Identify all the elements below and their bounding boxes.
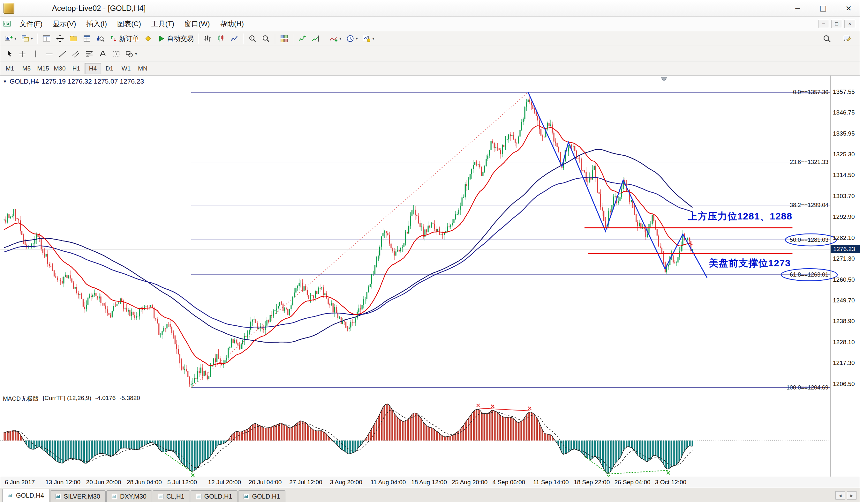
tab-chart-icon <box>8 493 13 498</box>
timeframe-m15-button[interactable]: M15 <box>35 63 52 74</box>
tile-windows-icon <box>280 34 288 43</box>
macd-plot <box>0 393 860 476</box>
cursor-tool-button[interactable] <box>2 47 16 60</box>
text-tool-button[interactable] <box>96 47 110 60</box>
tab-chart-icon <box>158 494 163 499</box>
timeframe-bar: M1M5M15M30H1H4D1W1MN <box>0 62 860 76</box>
macd-name: MACD无极版 <box>3 395 39 403</box>
app-icon[interactable] <box>3 3 14 14</box>
periods-clock-icon <box>346 34 354 43</box>
metaeditor-button[interactable] <box>141 32 155 45</box>
bar-chart-mode-button[interactable] <box>201 32 214 45</box>
main-chart[interactable]: ▼ GOLD,H4 1275.19 1276.32 1275.07 1276.2… <box>0 76 860 393</box>
templates-icon <box>362 34 371 43</box>
tabs-scroll-left-button[interactable]: ◄ <box>835 491 845 500</box>
window-tile-icon <box>42 34 51 43</box>
chart-search-button[interactable] <box>94 32 107 45</box>
tabs-scroll-right-button[interactable]: ► <box>847 491 857 500</box>
chart-tabs-bar: GOLD,H4SILVER,M30DXY,M30CL,H1GOLD,H1GOLD… <box>0 488 860 502</box>
time-axis-label: 20 Jun 20:00 <box>86 479 121 486</box>
periods-button[interactable]: ▾ <box>344 32 360 45</box>
favorites-button[interactable] <box>67 32 80 45</box>
menu-item-5[interactable]: 窗口(W) <box>180 17 215 31</box>
tab-dxy-m30[interactable]: DXY,M30 <box>106 490 152 502</box>
shapes-tool-button[interactable]: ▾ <box>123 47 140 60</box>
maximize-button[interactable]: □ <box>820 3 826 13</box>
window-tile-button[interactable] <box>40 32 53 45</box>
chart-shift-button[interactable] <box>309 32 322 45</box>
timeframe-d1-button[interactable]: D1 <box>101 63 118 74</box>
time-axis-label: 4 Sep 06:00 <box>492 479 525 486</box>
time-axis-label: 27 Jul 12:00 <box>289 479 322 486</box>
menu-chart-icon <box>3 20 11 28</box>
zoom-in-button[interactable] <box>246 32 259 45</box>
autotrading-button[interactable]: 自动交易 <box>155 32 196 45</box>
indicators-add-icon <box>329 34 338 43</box>
horizontal-line-tool-button[interactable] <box>42 47 56 60</box>
main-toolbar: ▾▾新订单自动交易▾▾▾ <box>0 31 860 46</box>
line-chart-mode-button[interactable] <box>228 32 241 45</box>
current-price-box: 1276.23 <box>831 245 860 253</box>
crosshair-button[interactable] <box>53 32 67 45</box>
crosshair-tool-button[interactable] <box>16 47 29 60</box>
timeframe-m30-button[interactable]: M30 <box>52 63 68 74</box>
resistance-annotation: 上方压力位1281、1288 <box>688 210 792 223</box>
tab-chart-icon <box>196 494 201 499</box>
menu-item-1[interactable]: 显示(V) <box>47 17 81 31</box>
channel-tool-button[interactable] <box>69 47 83 60</box>
macd-panel[interactable]: MACD无极版 [CurrTF] (12,26,9) -4.0176 -5.38… <box>0 393 860 476</box>
tab-cl-h1[interactable]: CL,H1 <box>153 490 190 502</box>
menu-item-6[interactable]: 帮助(H) <box>215 17 249 31</box>
vertical-line-tool-button[interactable] <box>29 47 42 60</box>
tab-gold-h4[interactable]: GOLD,H4 <box>2 489 49 502</box>
child-minimize-button[interactable]: − <box>818 20 829 28</box>
new-chart-button[interactable]: ▾ <box>2 32 19 45</box>
fibonacci-tool-button[interactable] <box>83 47 96 60</box>
metaeditor-icon <box>144 34 152 43</box>
trendline-icon <box>58 50 67 58</box>
zoom-out-button[interactable] <box>259 32 273 45</box>
tab-gold-h1[interactable]: GOLD,H1 <box>190 490 238 502</box>
feedback-button[interactable] <box>841 32 854 45</box>
one-click-trading-arrow[interactable]: ▼ <box>3 79 7 84</box>
new-order-icon <box>109 34 117 43</box>
new-order-button[interactable]: 新订单 <box>107 32 141 45</box>
templates-button[interactable]: ▾ <box>360 32 377 45</box>
profiles-button[interactable]: ▾ <box>19 32 35 45</box>
timeframe-m1-button[interactable]: M1 <box>2 63 18 74</box>
autoscroll-icon <box>298 34 306 43</box>
search-button[interactable] <box>820 32 833 45</box>
crosshair-move-icon <box>56 34 64 43</box>
bars-chart-icon <box>203 34 212 43</box>
menu-bar: 文件(F)显示(V)插入(I)图表(C)工具(T)窗口(W)帮助(H) −□× <box>0 17 860 31</box>
tab-silver-m30[interactable]: SILVER,M30 <box>50 490 106 502</box>
tile-windows-button[interactable] <box>277 32 291 45</box>
candle-chart-mode-button[interactable] <box>214 32 228 45</box>
trendline-tool-button[interactable] <box>56 47 69 60</box>
auto-scroll-button[interactable] <box>296 32 309 45</box>
menu-item-2[interactable]: 插入(I) <box>81 17 112 31</box>
indicators-button[interactable]: ▾ <box>327 32 344 45</box>
menu-item-4[interactable]: 工具(T) <box>146 17 180 31</box>
label-tool-button[interactable] <box>110 47 123 60</box>
macd-params: [CurrTF] (12,26,9) <box>43 395 91 403</box>
timeframe-h1-button[interactable]: H1 <box>68 63 85 74</box>
minimize-button[interactable]: − <box>795 3 801 13</box>
timeframe-h4-button[interactable]: H4 <box>85 63 101 74</box>
tab-gold-h1[interactable]: GOLD,H1 <box>238 490 285 502</box>
menu-item-0[interactable]: 文件(F) <box>14 17 47 31</box>
child-close-button[interactable]: × <box>844 20 855 28</box>
time-axis-label: 18 Aug 12:00 <box>411 479 447 486</box>
timeframe-m5-button[interactable]: M5 <box>18 63 35 74</box>
child-restore-button[interactable]: □ <box>831 20 842 28</box>
candlestick-plot[interactable] <box>0 76 860 393</box>
time-axis-label: 11 Aug 04:00 <box>371 479 406 486</box>
chart-search-icon <box>96 34 104 43</box>
timeframe-w1-button[interactable]: W1 <box>118 63 134 74</box>
data-window-button[interactable] <box>80 32 94 45</box>
timeframe-mn-button[interactable]: MN <box>134 63 151 74</box>
time-axis-label: 18 Sep 22:00 <box>574 479 610 486</box>
time-axis-label: 13 Jun 12:00 <box>45 479 81 486</box>
close-button[interactable]: × <box>846 3 851 13</box>
menu-item-3[interactable]: 图表(C) <box>112 17 146 31</box>
